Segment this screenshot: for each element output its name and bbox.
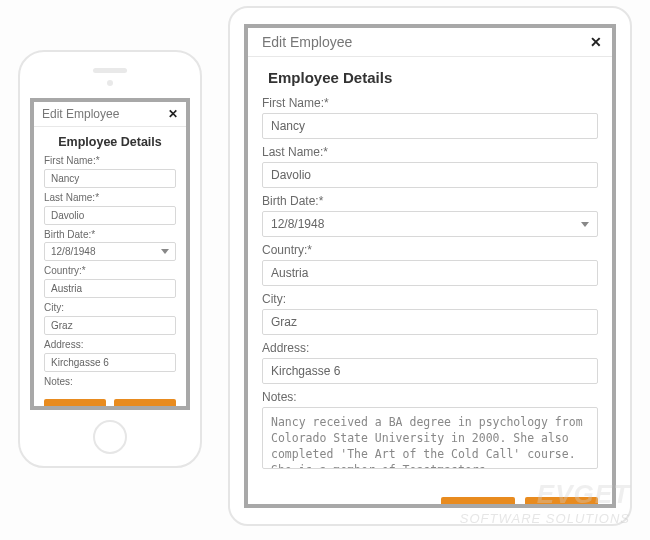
first-name-input[interactable]: [262, 113, 598, 139]
dialog-body: Employee Details First Name:* Last Name:…: [248, 57, 612, 489]
button-row: Submit Cancel: [34, 393, 186, 410]
address-label: Address:: [44, 339, 176, 350]
field-address: Address:: [44, 339, 176, 372]
first-name-label: First Name:*: [44, 155, 176, 166]
field-last-name: Last Name:*: [262, 145, 598, 188]
cancel-button[interactable]: Cancel: [114, 399, 176, 410]
chevron-down-icon: [581, 222, 589, 227]
field-first-name: First Name:*: [262, 96, 598, 139]
last-name-input[interactable]: [262, 162, 598, 188]
phone-camera: [107, 80, 113, 86]
field-city: City:: [262, 292, 598, 335]
dialog-title: Edit Employee: [262, 34, 352, 50]
phone-speaker: [93, 68, 127, 73]
notes-label: Notes:: [262, 390, 598, 404]
city-input[interactable]: [262, 309, 598, 335]
section-title: Employee Details: [44, 127, 176, 155]
address-input[interactable]: [44, 353, 176, 372]
submit-button[interactable]: Submit: [441, 497, 514, 508]
birth-date-label: Birth Date:*: [44, 229, 176, 240]
field-birth-date: Birth Date:* 12/8/1948: [44, 229, 176, 261]
tablet-screen: Edit Employee ✕ Employee Details First N…: [244, 24, 616, 508]
dialog-header: Edit Employee ✕: [34, 102, 186, 127]
birth-date-value: 12/8/1948: [51, 246, 96, 257]
tablet-device-frame: Edit Employee ✕ Employee Details First N…: [228, 6, 632, 526]
notes-label: Notes:: [44, 376, 176, 387]
close-icon[interactable]: ✕: [168, 107, 178, 121]
last-name-input[interactable]: [44, 206, 176, 225]
field-address: Address:: [262, 341, 598, 384]
city-label: City:: [262, 292, 598, 306]
field-last-name: Last Name:*: [44, 192, 176, 225]
field-country: Country:*: [44, 265, 176, 298]
field-notes: Notes:: [44, 376, 176, 387]
close-icon[interactable]: ✕: [590, 34, 602, 50]
city-input[interactable]: [44, 316, 176, 335]
chevron-down-icon: [161, 249, 169, 254]
country-input[interactable]: [44, 279, 176, 298]
field-birth-date: Birth Date:* 12/8/1948: [262, 194, 598, 237]
first-name-label: First Name:*: [262, 96, 598, 110]
city-label: City:: [44, 302, 176, 313]
first-name-input[interactable]: [44, 169, 176, 188]
last-name-label: Last Name:*: [262, 145, 598, 159]
birth-date-dropdown[interactable]: 12/8/1948: [44, 242, 176, 261]
birth-date-label: Birth Date:*: [262, 194, 598, 208]
submit-button[interactable]: Submit: [44, 399, 106, 410]
dialog-title: Edit Employee: [42, 107, 119, 121]
field-country: Country:*: [262, 243, 598, 286]
phone-screen: Edit Employee ✕ Employee Details First N…: [30, 98, 190, 410]
phone-device-frame: Edit Employee ✕ Employee Details First N…: [18, 50, 202, 468]
watermark-line1: EVGET: [537, 479, 630, 510]
field-notes: Notes:: [262, 390, 598, 473]
dialog-header: Edit Employee ✕: [248, 28, 612, 57]
country-label: Country:*: [262, 243, 598, 257]
country-input[interactable]: [262, 260, 598, 286]
phone-home-button[interactable]: [93, 420, 127, 454]
watermark-line2: SOFTWARE SOLUTIONS: [460, 511, 630, 526]
address-input[interactable]: [262, 358, 598, 384]
birth-date-value: 12/8/1948: [271, 217, 324, 231]
field-city: City:: [44, 302, 176, 335]
dialog-body: Employee Details First Name:* Last Name:…: [34, 127, 186, 393]
last-name-label: Last Name:*: [44, 192, 176, 203]
country-label: Country:*: [44, 265, 176, 276]
birth-date-dropdown[interactable]: 12/8/1948: [262, 211, 598, 237]
address-label: Address:: [262, 341, 598, 355]
section-title: Employee Details: [262, 57, 598, 96]
field-first-name: First Name:*: [44, 155, 176, 188]
notes-textarea[interactable]: [262, 407, 598, 469]
